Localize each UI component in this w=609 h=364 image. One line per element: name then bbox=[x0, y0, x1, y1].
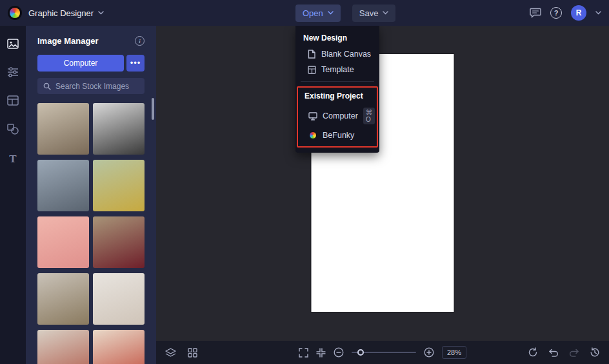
chevron-down-icon bbox=[98, 11, 104, 15]
zoom-slider[interactable] bbox=[352, 352, 416, 353]
panel-scrollbar[interactable] bbox=[152, 98, 154, 120]
chevron-down-icon bbox=[328, 11, 334, 15]
stock-image-thumbnail[interactable] bbox=[93, 160, 145, 211]
menu-item-befunky[interactable]: BeFunky bbox=[302, 128, 373, 143]
keyboard-shortcut-badge: ⌘ O bbox=[363, 108, 375, 124]
menu-item-label: Blank Canvas bbox=[321, 50, 371, 59]
menu-item-label: Computer bbox=[323, 111, 358, 120]
save-button-label: Save bbox=[359, 8, 379, 18]
user-avatar[interactable]: R bbox=[571, 5, 586, 21]
stock-search-box[interactable] bbox=[37, 78, 145, 94]
left-tool-rail: T bbox=[0, 26, 26, 364]
menu-section-header: Existing Project bbox=[302, 90, 373, 104]
zoom-level-badge[interactable]: 28% bbox=[442, 346, 466, 359]
app-mode-label: Graphic Designer bbox=[28, 8, 94, 18]
menu-divider bbox=[301, 81, 374, 82]
edit-adjustments-icon[interactable] bbox=[7, 67, 19, 77]
redo-icon[interactable] bbox=[569, 348, 579, 357]
image-manager-panel: Image Manager i Computer ••• bbox=[26, 26, 156, 364]
app-window: Graphic Designer Open Save bbox=[0, 0, 609, 364]
search-icon bbox=[43, 82, 51, 90]
stock-image-thumbnail[interactable] bbox=[37, 216, 89, 268]
history-icon[interactable] bbox=[590, 347, 600, 358]
blank-canvas-icon bbox=[307, 50, 316, 59]
feedback-comment-icon[interactable] bbox=[530, 8, 541, 18]
undo-icon[interactable] bbox=[548, 348, 559, 357]
template-icon bbox=[307, 66, 316, 74]
stock-image-thumbnail[interactable] bbox=[37, 330, 89, 364]
fit-to-screen-icon[interactable] bbox=[316, 348, 326, 358]
stock-image-thumbnail[interactable] bbox=[93, 330, 145, 364]
refresh-canvas-icon[interactable] bbox=[528, 347, 538, 358]
menu-item-label: BeFunky bbox=[323, 131, 354, 140]
chevron-down-icon[interactable] bbox=[595, 11, 601, 15]
open-dropdown-menu: New Design Blank Canvas Template Existin… bbox=[295, 26, 379, 153]
menu-section-header: New Design bbox=[301, 32, 374, 46]
text-tool-icon[interactable]: T bbox=[9, 153, 16, 166]
befunky-logo-icon bbox=[308, 131, 317, 139]
befunky-logo-icon[interactable] bbox=[8, 6, 22, 20]
top-bar: Graphic Designer Open Save bbox=[0, 0, 609, 26]
more-sources-button[interactable]: ••• bbox=[126, 55, 145, 72]
panel-title: Image Manager bbox=[37, 36, 99, 46]
stock-image-thumbnail[interactable] bbox=[93, 103, 145, 155]
annotation-highlight-box: Existing Project Computer ⌘ O BeFunky bbox=[297, 86, 378, 148]
canvas-area: New Design Blank Canvas Template Existin… bbox=[156, 26, 609, 364]
open-button-label: Open bbox=[303, 8, 323, 18]
computer-source-button[interactable]: Computer bbox=[37, 55, 124, 72]
open-button[interactable]: Open bbox=[295, 5, 341, 22]
zoom-slider-handle[interactable] bbox=[357, 349, 364, 356]
search-input[interactable] bbox=[55, 82, 139, 91]
image-manager-icon[interactable] bbox=[7, 39, 19, 49]
bottom-bar: 28% bbox=[156, 341, 609, 364]
menu-item-blank-canvas[interactable]: Blank Canvas bbox=[301, 46, 374, 62]
stock-image-thumbnail[interactable] bbox=[37, 160, 89, 211]
grid-view-icon[interactable] bbox=[188, 348, 197, 358]
menu-item-template[interactable]: Template bbox=[301, 62, 374, 77]
stock-image-thumbnail[interactable] bbox=[37, 273, 89, 325]
chevron-down-icon bbox=[383, 11, 388, 15]
zoom-in-icon[interactable] bbox=[424, 347, 434, 358]
layers-icon[interactable] bbox=[165, 348, 176, 358]
menu-item-label: Template bbox=[321, 65, 354, 74]
stock-image-thumbnail[interactable] bbox=[93, 216, 145, 268]
graphics-icon[interactable] bbox=[7, 124, 19, 135]
menu-item-computer[interactable]: Computer ⌘ O bbox=[302, 104, 373, 128]
stock-image-thumbnail[interactable] bbox=[93, 273, 145, 325]
stock-image-thumbnail[interactable] bbox=[37, 103, 89, 155]
zoom-out-icon[interactable] bbox=[334, 347, 344, 358]
fullscreen-icon[interactable] bbox=[299, 348, 308, 358]
app-mode-menu[interactable]: Graphic Designer bbox=[28, 8, 104, 18]
computer-icon bbox=[308, 112, 317, 120]
templates-icon[interactable] bbox=[7, 95, 19, 106]
help-icon[interactable]: ? bbox=[550, 7, 562, 19]
save-button[interactable]: Save bbox=[352, 5, 396, 22]
info-icon[interactable]: i bbox=[135, 36, 145, 46]
thumbnail-grid bbox=[37, 103, 145, 364]
